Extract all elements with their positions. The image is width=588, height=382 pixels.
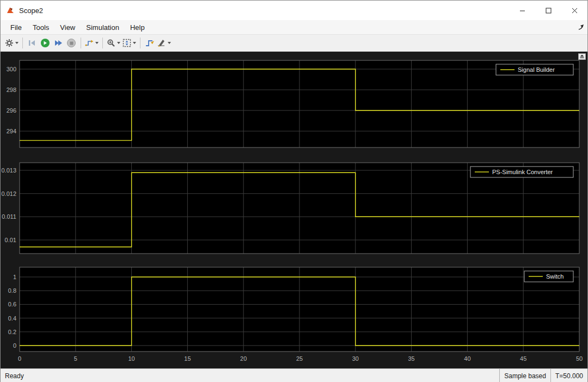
menu-view[interactable]: View <box>54 21 81 34</box>
matlab-scope-icon <box>6 6 15 15</box>
stop-icon <box>67 39 76 47</box>
chevron-down-icon <box>95 42 99 44</box>
chevron-down-icon <box>15 42 19 44</box>
svg-text:298: 298 <box>7 87 16 93</box>
measure-pencil-icon <box>157 39 166 47</box>
window-title: Scope2 <box>19 7 509 15</box>
trigger-button[interactable] <box>143 36 156 50</box>
zoom-button[interactable] <box>106 36 121 50</box>
settings-button[interactable] <box>4 36 20 50</box>
svg-text:0.2: 0.2 <box>8 329 16 335</box>
svg-text:10: 10 <box>128 355 134 362</box>
window-controls <box>509 1 587 20</box>
fit-view-icon <box>122 39 131 47</box>
magnifier-icon <box>107 39 115 47</box>
svg-text:0.6: 0.6 <box>8 301 16 307</box>
trigger-waveform-icon <box>145 39 154 47</box>
measurements-button[interactable] <box>156 36 172 50</box>
svg-text:Signal Builder: Signal Builder <box>518 66 555 73</box>
dock-arrow-icon[interactable] <box>578 24 584 30</box>
arrow-up-icon <box>580 54 584 59</box>
svg-text:0.012: 0.012 <box>1 190 16 197</box>
close-button[interactable] <box>561 1 587 20</box>
svg-text:45: 45 <box>520 355 526 362</box>
minimize-button[interactable] <box>509 1 535 20</box>
sim-time-badge: T=50.000 <box>550 369 587 382</box>
svg-text:30: 30 <box>352 355 359 362</box>
run-button[interactable] <box>39 36 52 50</box>
statusbar: Ready Sample based T=50.000 <box>1 368 587 382</box>
svg-text:40: 40 <box>464 355 470 362</box>
stop-button[interactable] <box>65 36 78 50</box>
status-text: Ready <box>1 372 499 380</box>
signal-branch-icon <box>85 39 94 47</box>
svg-text:300: 300 <box>7 66 16 72</box>
svg-text:1: 1 <box>13 274 16 280</box>
scope-window: Scope2 File Tools View Simulation Help <box>0 0 588 382</box>
svg-text:0: 0 <box>18 355 21 362</box>
svg-text:294: 294 <box>7 128 16 134</box>
svg-text:296: 296 <box>7 107 16 114</box>
menubar: File Tools View Simulation Help <box>1 20 587 35</box>
step-back-button[interactable] <box>26 36 39 50</box>
step-forward-button[interactable] <box>52 36 65 50</box>
svg-text:20: 20 <box>240 355 247 362</box>
gear-icon <box>5 39 14 47</box>
plot-area: 294296298300Signal Builder0.010.0110.012… <box>1 52 587 368</box>
svg-text:0.011: 0.011 <box>2 213 16 220</box>
chevron-down-icon <box>133 42 136 44</box>
svg-text:0.013: 0.013 <box>1 167 16 174</box>
svg-text:35: 35 <box>408 355 414 362</box>
run-icon <box>41 39 50 47</box>
svg-text:Switch: Switch <box>546 273 564 280</box>
svg-text:50: 50 <box>576 355 583 362</box>
toolbar-separator <box>22 38 23 48</box>
menu-tools[interactable]: Tools <box>27 21 54 34</box>
titlebar: Scope2 <box>1 1 587 20</box>
step-back-icon <box>28 39 36 47</box>
scope-plots[interactable]: 294296298300Signal Builder0.010.0110.012… <box>1 52 588 368</box>
collapse-panel-button[interactable] <box>578 53 586 60</box>
svg-text:15: 15 <box>184 355 191 362</box>
toolbar <box>1 35 587 52</box>
svg-text:0.01: 0.01 <box>5 237 16 243</box>
step-forward-icon <box>54 39 63 47</box>
maximize-button[interactable] <box>535 1 561 20</box>
svg-text:5: 5 <box>74 355 77 362</box>
toolbar-separator <box>140 38 140 48</box>
svg-text:0.8: 0.8 <box>8 287 16 294</box>
toolbar-separator <box>102 38 103 48</box>
menu-file[interactable]: File <box>5 21 27 34</box>
sample-mode-badge: Sample based <box>499 369 550 382</box>
svg-text:25: 25 <box>296 355 303 362</box>
menu-help[interactable]: Help <box>125 21 150 34</box>
highlight-signal-button[interactable] <box>84 36 100 50</box>
svg-text:0.4: 0.4 <box>8 315 16 322</box>
svg-text:PS-Simulink Converter: PS-Simulink Converter <box>492 169 553 175</box>
svg-text:0: 0 <box>13 342 16 349</box>
chevron-down-icon <box>117 42 120 44</box>
fit-to-view-button[interactable] <box>121 36 137 50</box>
menu-simulation[interactable]: Simulation <box>81 21 125 34</box>
chevron-down-icon <box>168 42 171 44</box>
toolbar-separator <box>81 38 81 48</box>
